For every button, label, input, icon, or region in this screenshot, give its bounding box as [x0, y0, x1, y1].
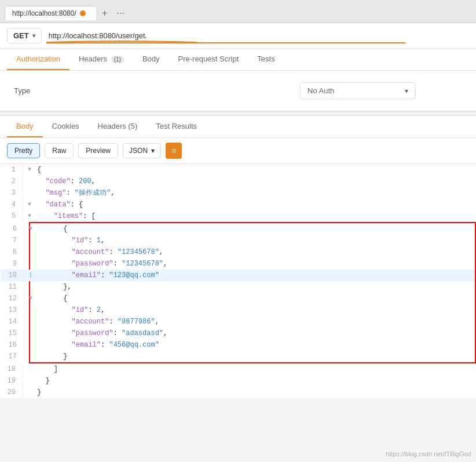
line-toggle-19 [28, 375, 37, 387]
line-toggle-12[interactable]: ▼ [29, 293, 38, 304]
tab-body[interactable]: Body [133, 49, 169, 70]
line-num-6: 6 [1, 223, 24, 235]
response-tab-headers-label: Headers (5) [98, 122, 138, 130]
pretty-button[interactable]: Pretty [7, 143, 40, 158]
section-divider [0, 111, 476, 116]
line-num-13: 13 [1, 304, 24, 316]
code-line-18: 18 ] [0, 363, 476, 375]
json-format-selector[interactable]: JSON ▾ [123, 143, 161, 158]
line-num-15: 15 [1, 328, 24, 339]
line-num-4: 4 [0, 199, 23, 210]
code-line-14: 14 "account": "9877986", [1, 316, 475, 328]
tab-tests[interactable]: Tests [248, 49, 284, 70]
line-toggle-4[interactable]: ▼ [28, 199, 37, 210]
line-num-18: 18 [0, 363, 23, 375]
wrap-button[interactable]: ≡ [166, 143, 182, 159]
line-toggle-6[interactable]: ▼ [29, 223, 38, 235]
raw-button[interactable]: Raw [45, 143, 74, 158]
browser-tab-bar: http://localhost:8080/ + ··· [0, 0, 476, 23]
json-format-label: JSON [129, 147, 148, 155]
response-tab-headers[interactable]: Headers (5) [89, 116, 147, 137]
method-chevron-icon: ▾ [32, 32, 35, 39]
red-box-section: 6 ▼ { 7 "id": 1, 8 "account": "12345678"… [29, 222, 476, 363]
line-num-8: 8 [1, 246, 24, 258]
url-bar: GET ▾ [0, 23, 476, 49]
line-toggle-8 [29, 246, 38, 258]
add-tab-button[interactable]: + [97, 6, 112, 21]
code-line-1: 1 ▼ { [0, 164, 476, 176]
line-num-5: 5 [0, 210, 23, 222]
response-tabs: Body Cookies Headers (5) Test Results [0, 116, 476, 138]
line-num-3: 3 [0, 187, 23, 199]
tab-prerequest-label: Pre-request Script [178, 54, 239, 63]
tab-authorization-label: Authorization [16, 54, 60, 63]
line-toggle-20 [28, 387, 37, 398]
line-num-9: 9 [1, 258, 24, 270]
code-line-12: 12 ▼ { [1, 293, 475, 304]
line-num-7: 7 [1, 235, 24, 246]
auth-type-value: No Auth [307, 86, 334, 95]
tab-body-label: Body [142, 54, 160, 63]
code-line-2: 2 "code": 200, [0, 176, 476, 187]
response-tab-body-label: Body [16, 122, 34, 130]
tab-status-dot [80, 10, 86, 16]
tab-url-text: http://localhost:8080/ [12, 9, 76, 17]
response-tab-test-results[interactable]: Test Results [147, 116, 206, 137]
method-selector[interactable]: GET ▾ [7, 28, 42, 43]
line-toggle-13 [29, 304, 38, 316]
code-line-16: 16 "email": "456@qq.com" [1, 339, 475, 351]
more-options-button[interactable]: ··· [112, 6, 129, 21]
auth-type-chevron-icon: ▾ [405, 87, 408, 95]
json-format-chevron-icon: ▾ [151, 147, 155, 155]
line-num-19: 19 [0, 375, 23, 387]
code-line-7: 7 "id": 1, [1, 235, 475, 246]
line-toggle-11 [29, 281, 38, 293]
code-line-13: 13 "id": 2, [1, 304, 475, 316]
line-num-20: 20 [0, 387, 23, 398]
line-toggle-1[interactable]: ▼ [28, 164, 37, 176]
browser-tab[interactable]: http://localhost:8080/ [5, 6, 97, 20]
line-toggle-16 [29, 339, 38, 351]
tab-headers[interactable]: Headers (1) [69, 49, 133, 70]
wrap-icon: ≡ [171, 146, 176, 155]
tab-headers-label: Headers [79, 54, 107, 63]
line-num-16: 16 [1, 339, 24, 351]
request-tabs: Authorization Headers (1) Body Pre-reque… [0, 49, 476, 71]
code-line-19: 19 } [0, 375, 476, 387]
url-underline-decoration [46, 40, 197, 43]
line-toggle-9 [29, 258, 38, 270]
code-line-3: 3 "msg": "操作成功", [0, 187, 476, 199]
response-tab-body[interactable]: Body [7, 116, 43, 137]
line-toggle-5[interactable]: ▼ [28, 210, 37, 222]
headers-badge: (1) [111, 56, 124, 63]
line-toggle-14 [29, 316, 38, 328]
line-num-2: 2 [0, 176, 23, 187]
line-toggle-3 [28, 187, 37, 199]
line-toggle-10: | [29, 270, 38, 281]
code-line-4: 4 ▼ "data": { [0, 199, 476, 210]
line-toggle-17 [29, 351, 38, 362]
auth-section: Type No Auth ▾ [0, 71, 476, 111]
line-num-14: 14 [1, 316, 24, 328]
line-toggle-7 [29, 235, 38, 246]
response-tab-cookies[interactable]: Cookies [43, 116, 89, 137]
response-tab-cookies-label: Cookies [52, 122, 79, 130]
auth-type-selector[interactable]: No Auth ▾ [300, 82, 416, 99]
line-toggle-2 [28, 176, 37, 187]
line-toggle-15 [29, 328, 38, 339]
line-num-1: 1 [0, 164, 23, 176]
tab-prerequest[interactable]: Pre-request Script [169, 49, 248, 70]
line-num-17: 17 [1, 351, 24, 362]
method-label: GET [13, 31, 29, 40]
tab-authorization[interactable]: Authorization [7, 49, 69, 70]
code-line-5: 5 ▼ "items": [ [0, 210, 476, 222]
line-num-12: 12 [1, 293, 24, 304]
preview-button[interactable]: Preview [78, 143, 118, 158]
code-line-8: 8 "account": "12345678", [1, 246, 475, 258]
tab-tests-label: Tests [257, 54, 274, 63]
code-line-6: 6 ▼ { [1, 223, 475, 235]
line-num-11: 11 [1, 281, 24, 293]
line-toggle-18 [28, 363, 37, 375]
code-view: 1 ▼ { 2 "code": 200, 3 "msg": "操作成功", 4 … [0, 164, 476, 398]
response-tab-test-results-label: Test Results [156, 122, 197, 130]
